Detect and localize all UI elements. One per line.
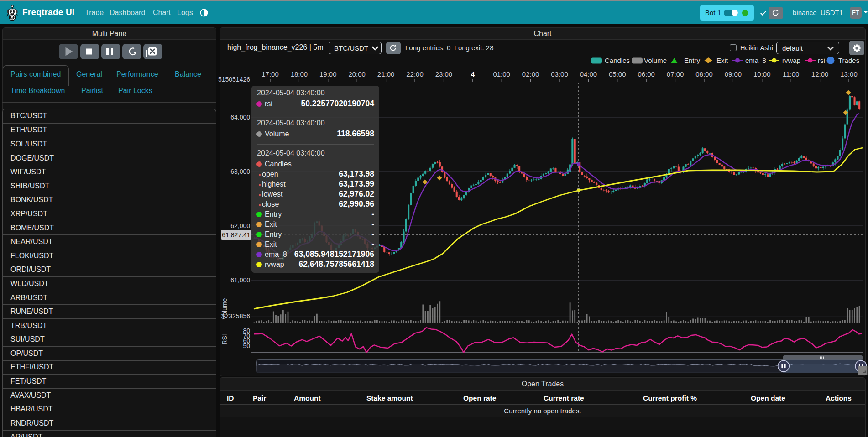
svg-text:rvwap: rvwap: [782, 57, 800, 64]
svg-text:Volume: Volume: [644, 57, 667, 64]
svg-text:Trades: Trades: [838, 57, 859, 64]
svg-text:Candles: Candles: [605, 57, 630, 64]
svg-text:Exit: Exit: [716, 57, 728, 64]
svg-text:Entry: Entry: [684, 57, 701, 64]
svg-text:ema_8: ema_8: [745, 57, 766, 64]
svg-text:rsi: rsi: [818, 57, 825, 64]
